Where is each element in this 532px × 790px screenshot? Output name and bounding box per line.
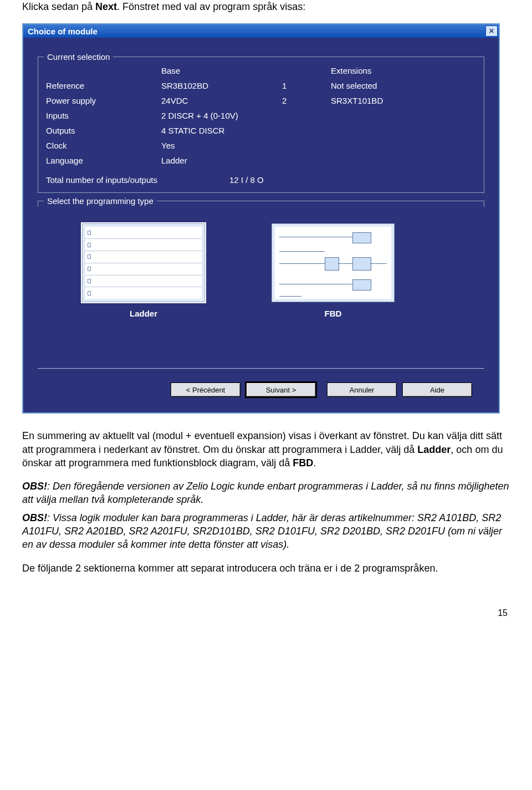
current-selection-group: Current selection Base Extensions Refere… xyxy=(38,57,484,193)
value-outputs: 4 STATIC DISCR xyxy=(161,126,278,135)
total-io-value: 12 I / 8 O xyxy=(229,175,264,185)
close-icon: ✕ xyxy=(489,27,494,35)
label-power: Power supply xyxy=(46,96,157,105)
ext-val-2: SR3XT101BD xyxy=(331,96,508,105)
ext-val-1: Not selected xyxy=(331,81,508,90)
base-header: Base xyxy=(161,66,278,75)
ladder-label: Ladder xyxy=(130,309,157,318)
fbd-preview xyxy=(275,227,391,299)
label-reference: Reference xyxy=(46,81,157,90)
next-button[interactable]: Suivant > xyxy=(246,383,316,397)
current-selection-legend: Current selection xyxy=(44,52,113,62)
value-language: Ladder xyxy=(161,156,278,165)
fbd-option[interactable] xyxy=(272,223,395,302)
value-clock: Yes xyxy=(161,141,278,150)
page-number: 15 xyxy=(22,608,508,618)
ext-header: Extensions xyxy=(331,66,508,75)
dialog-titlebar: Choice of module ✕ xyxy=(23,24,499,38)
fbd-label: FBD xyxy=(325,309,342,318)
cancel-button[interactable]: Annuler xyxy=(327,383,397,397)
help-button[interactable]: Aide xyxy=(402,383,472,397)
doc-p2: De följande 2 sektionerna kommer att sep… xyxy=(22,562,510,575)
doc-obs1: OBS!: Den föregående versionen av Zelio … xyxy=(22,480,510,507)
ladder-preview xyxy=(85,227,202,299)
label-language: Language xyxy=(46,156,157,165)
select-type-legend: Select the programming type xyxy=(44,196,157,206)
label-inputs: Inputs xyxy=(46,111,157,120)
dialog-window: Choice of module ✕ Current selection Bas… xyxy=(22,23,500,414)
doc-intro: Klicka sedan på Next. Fönstret med val a… xyxy=(22,0,510,13)
label-outputs: Outputs xyxy=(46,126,157,135)
prev-button[interactable]: < Précédent xyxy=(171,383,241,397)
doc-obs2: OBS!: Vissa logik moduler kan bara progr… xyxy=(22,511,510,552)
doc-p1: En summering av aktuellt val (modul + ev… xyxy=(22,429,510,470)
label-clock: Clock xyxy=(46,141,157,150)
ladder-option[interactable] xyxy=(82,223,205,302)
close-button[interactable]: ✕ xyxy=(485,26,498,37)
total-io-label: Total number of inputs/outputs xyxy=(46,175,157,185)
value-inputs: 2 DISCR + 4 (0-10V) xyxy=(161,111,278,120)
ext-num-2: 2 xyxy=(282,96,326,105)
ext-num-1: 1 xyxy=(282,81,326,90)
value-power: 24VDC xyxy=(161,96,278,105)
value-reference: SR3B102BD xyxy=(161,81,278,90)
dialog-title: Choice of module xyxy=(28,27,98,36)
